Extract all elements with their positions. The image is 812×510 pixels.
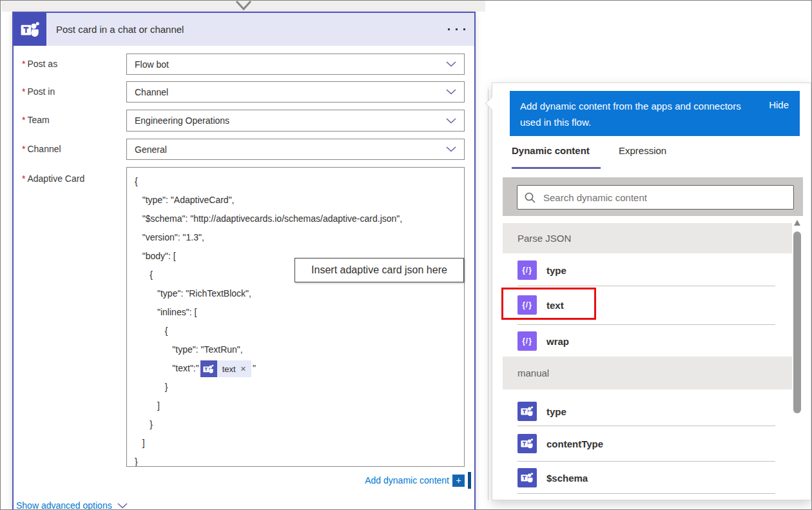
json-line: "type": "TextRun", xyxy=(135,340,456,359)
list-item-parse-type[interactable]: {/} type xyxy=(503,256,786,284)
json-line: "type": "AdaptiveCard", xyxy=(135,191,456,210)
required-marker: * xyxy=(22,173,25,184)
list-item-manual-content-type[interactable]: contentType xyxy=(503,427,786,460)
insert-json-tooltip: Insert adaptive card json here xyxy=(295,258,464,282)
teams-icon xyxy=(517,434,537,453)
required-marker: * xyxy=(22,144,25,154)
group-header-parse-json: Parse JSON xyxy=(503,223,792,253)
background-card-edge xyxy=(488,89,488,500)
banner-message: Add dynamic content from the apps and co… xyxy=(520,98,762,130)
ellipsis-icon xyxy=(463,28,465,30)
search-input[interactable] xyxy=(543,192,787,203)
post-as-label: *Post as xyxy=(22,59,57,69)
plus-icon[interactable]: + xyxy=(452,475,465,487)
divider xyxy=(517,426,775,426)
post-as-dropdown[interactable]: Flow bot xyxy=(126,54,465,75)
dynamic-token-pill-text[interactable]: text✕ xyxy=(200,360,251,377)
channel-dropdown[interactable]: General xyxy=(126,139,465,160)
json-line: "version": "1.3", xyxy=(135,228,456,247)
post-as-value: Flow bot xyxy=(135,59,446,70)
json-line: "$schema": "http://adaptivecards.io/sche… xyxy=(135,210,456,228)
divider xyxy=(517,324,775,325)
team-value: Engineering Operations xyxy=(135,115,446,126)
action-card-header[interactable]: Post card in a chat or channel xyxy=(14,13,474,46)
add-dynamic-content-row: Add dynamic content + xyxy=(365,472,471,489)
action-title: Post card in a chat or channel xyxy=(56,13,184,46)
json-text-suffix: " xyxy=(253,363,256,373)
connector-arrow-icon xyxy=(235,1,253,11)
more-options-button[interactable] xyxy=(448,13,465,46)
json-line: "type": "RichTextBlock", xyxy=(135,284,456,303)
ellipsis-icon xyxy=(456,28,458,30)
braces-icon: {/} xyxy=(517,295,537,315)
json-line: ] xyxy=(135,434,456,453)
json-line: } xyxy=(135,453,456,467)
json-line: "inlines": [ xyxy=(135,303,456,322)
braces-icon: {/} xyxy=(517,260,537,280)
ellipsis-icon xyxy=(448,28,450,30)
hide-button[interactable]: Hide xyxy=(769,99,789,110)
panel-scrollbar[interactable] xyxy=(792,216,803,500)
json-line: { xyxy=(135,172,456,191)
search-icon xyxy=(524,191,536,204)
screenshot-root: Post card in a chat or channel *Post as … xyxy=(0,0,812,510)
dynamic-content-panel: Add dynamic content from the apps and co… xyxy=(492,83,811,500)
channel-value: General xyxy=(135,144,446,155)
teams-token-icon xyxy=(200,360,217,377)
adaptive-card-json-editor[interactable]: { "type": "AdaptiveCard", "$schema": "ht… xyxy=(126,167,465,467)
teams-connector-icon xyxy=(14,13,46,46)
json-line: } xyxy=(135,415,456,434)
post-in-value: Channel xyxy=(135,87,446,97)
json-line-with-token: "text":"text✕" xyxy=(135,359,456,378)
panel-banner: Add dynamic content from the apps and co… xyxy=(510,91,800,136)
post-in-dropdown[interactable]: Channel xyxy=(126,81,465,103)
list-item-parse-wrap[interactable]: {/} wrap xyxy=(503,327,786,355)
show-advanced-options-link[interactable]: Show advanced options xyxy=(16,500,128,510)
group-header-manual: manual xyxy=(503,357,792,389)
list-item-parse-text[interactable]: {/} text xyxy=(503,288,786,322)
search-section xyxy=(503,177,803,216)
json-line: ] xyxy=(135,397,456,415)
list-item-manual-schema[interactable]: $schema xyxy=(503,462,786,493)
adaptive-card-label: *Adaptive Card xyxy=(22,173,84,184)
required-marker: * xyxy=(22,59,25,69)
token-label: text xyxy=(222,360,236,378)
list-item-manual-type[interactable]: type xyxy=(503,397,786,426)
search-box xyxy=(517,185,794,210)
action-card-post-card: Post card in a chat or channel *Post as … xyxy=(12,12,476,510)
teams-icon xyxy=(517,402,537,421)
divider xyxy=(517,286,775,286)
required-marker: * xyxy=(22,115,25,125)
tab-dynamic-content[interactable]: Dynamic content xyxy=(512,145,590,156)
channel-label: *Channel xyxy=(22,144,61,154)
chevron-down-icon xyxy=(446,146,456,152)
json-text-prefix: "text":" xyxy=(135,363,199,373)
scrollbar-thumb[interactable] xyxy=(793,231,801,413)
dynamic-content-list: Parse JSON {/} type {/} text {/} wrap ma… xyxy=(503,216,803,500)
scroll-up-arrow-icon[interactable] xyxy=(794,220,800,226)
chevron-down-icon xyxy=(446,118,456,124)
required-marker: * xyxy=(22,86,25,97)
chevron-down-icon xyxy=(446,89,456,95)
braces-icon: {/} xyxy=(517,331,537,351)
active-tab-underline xyxy=(512,167,601,169)
chevron-down-icon xyxy=(117,503,128,509)
divider xyxy=(517,493,775,494)
tab-expression[interactable]: Expression xyxy=(619,145,666,156)
post-in-label: *Post in xyxy=(22,86,55,97)
json-line: { xyxy=(135,322,456,340)
divider xyxy=(517,461,775,462)
add-dynamic-content-link[interactable]: Add dynamic content xyxy=(365,475,449,485)
flyout-anchor-bar xyxy=(468,472,471,489)
json-line: } xyxy=(135,378,456,397)
chevron-down-icon xyxy=(446,61,456,67)
team-dropdown[interactable]: Engineering Operations xyxy=(126,110,465,132)
team-label: *Team xyxy=(22,115,50,125)
teams-icon xyxy=(517,468,537,487)
close-icon[interactable]: ✕ xyxy=(240,360,246,378)
